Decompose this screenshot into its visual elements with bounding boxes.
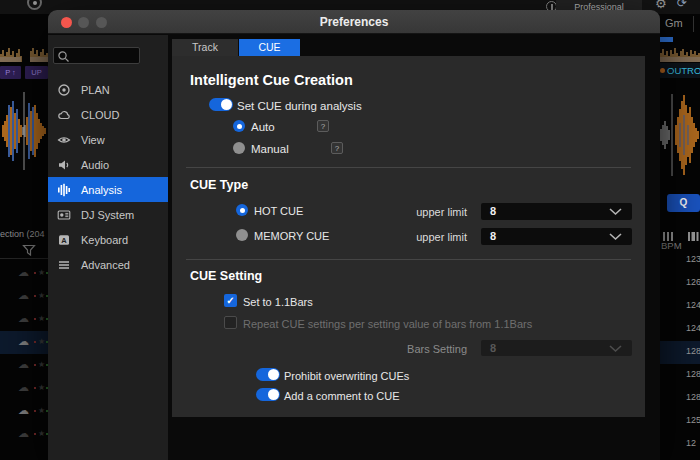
set-to-bars-checkbox[interactable]: ✓: [224, 294, 237, 307]
bpm-value: 124.: [686, 300, 700, 310]
auto-radio[interactable]: [233, 120, 245, 132]
auto-help-icon[interactable]: ?: [317, 120, 329, 132]
track-row[interactable]: ☁★: [0, 377, 48, 400]
cloud-sync-icon: ☁: [18, 404, 29, 417]
track-row[interactable]: ☁★: [0, 331, 48, 354]
repeat-cue-checkbox[interactable]: [224, 316, 237, 329]
rating-star-icon: ★: [38, 291, 45, 300]
window-title: Preferences: [48, 10, 660, 34]
app-screen: Professional ⚙ ⟳ P ↑ UP: [0, 0, 700, 460]
sidebar-item-label: Keyboard: [81, 234, 128, 246]
rating-star-icon: ★: [38, 429, 45, 438]
rating-star-icon: ★: [38, 268, 45, 277]
bpm-value: 125.: [686, 415, 700, 425]
bpm-value: 123.: [686, 254, 700, 264]
dj-deck-icon: [56, 208, 72, 222]
column-icon[interactable]: [687, 228, 699, 246]
record-icon: [27, 0, 42, 10]
track-row[interactable]: ☁★: [0, 262, 48, 285]
track-row[interactable]: ☁★: [0, 285, 48, 308]
set-cue-toggle-label: Set CUE during analysis: [237, 100, 362, 112]
waveform-preview-strip[interactable]: [660, 44, 700, 62]
phrase-label: UP: [25, 66, 48, 79]
set-to-bars-label: Set to 1.1Bars: [243, 296, 313, 308]
repeat-cue-label: Repeat CUE settings per setting value of…: [243, 318, 532, 330]
bpm-value: 128.: [686, 346, 700, 356]
bars-setting-dropdown[interactable]: 8: [481, 340, 632, 356]
bpm-value: 128.: [686, 392, 700, 402]
key-a-icon: A: [56, 233, 72, 247]
sidebar-nav: PLAN CLOUD View: [48, 77, 168, 277]
divider: [0, 258, 48, 259]
search-input[interactable]: [71, 48, 137, 63]
sidebar-item-keyboard[interactable]: A Keyboard: [48, 227, 168, 252]
background-left-strip: P ↑ UP ection (204 ☁★ ☁★ ☁★: [0, 0, 48, 460]
bpm-value: 124.: [686, 323, 700, 333]
rating-star-icon: ★: [38, 360, 45, 369]
auto-radio-label: Auto: [251, 121, 275, 133]
section-title-cue-setting: CUE Setting: [190, 269, 262, 283]
tab-track-analysis[interactable]: Track Analysis: [172, 39, 238, 56]
sidebar-item-view[interactable]: View: [48, 127, 168, 152]
phrase-row: OUTRO 1: [660, 63, 700, 78]
bpm-column-header[interactable]: BPM: [661, 240, 682, 251]
set-cue-toggle[interactable]: [209, 98, 233, 111]
sidebar-item-cloud[interactable]: CLOUD: [48, 102, 168, 127]
divider: [186, 167, 631, 168]
waveform-preview-strip[interactable]: [0, 44, 48, 62]
collection-header[interactable]: ection (204: [0, 229, 47, 239]
phrase-label: P ↑: [0, 66, 21, 79]
phrase-bar: [660, 37, 673, 42]
track-row[interactable]: ☁★: [0, 423, 48, 446]
sidebar-item-label: View: [81, 134, 105, 146]
quantize-button[interactable]: Q: [667, 194, 700, 212]
track-row[interactable]: ☁★: [0, 354, 48, 377]
hot-cue-limit-dropdown[interactable]: 8: [481, 203, 632, 220]
tab-cue-analysis[interactable]: CUE Analysis: [239, 39, 300, 56]
bpm-value: 126.: [686, 277, 700, 287]
hot-cue-radio[interactable]: [236, 204, 248, 216]
add-comment-label: Add a comment to CUE: [284, 390, 400, 402]
sidebar-item-label: CLOUD: [81, 109, 120, 121]
manual-radio[interactable]: [233, 142, 245, 154]
sidebar-item-audio[interactable]: Audio: [48, 152, 168, 177]
prohibit-overwrite-toggle[interactable]: [256, 368, 280, 381]
manual-help-icon[interactable]: ?: [331, 142, 343, 154]
track-row[interactable]: ☁★: [0, 400, 48, 423]
cloud-sync-icon: ☁: [18, 381, 29, 394]
memory-cue-radio[interactable]: [236, 229, 248, 241]
waveform-icon: [56, 183, 72, 197]
memory-cue-limit-dropdown[interactable]: 8: [481, 228, 632, 245]
divider: [186, 259, 631, 260]
sidebar-item-advanced[interactable]: Advanced: [48, 252, 168, 277]
section-title-cue-type: CUE Type: [190, 178, 248, 192]
preferences-sidebar: PLAN CLOUD View: [48, 35, 168, 460]
rating-star-icon: ★: [38, 383, 45, 392]
waveform-main-right[interactable]: [660, 84, 700, 186]
bars-setting-label: Bars Setting: [332, 343, 467, 355]
window-titlebar[interactable]: Preferences: [48, 10, 660, 34]
sidebar-item-label: DJ System: [81, 209, 134, 221]
sidebar-search[interactable]: [53, 47, 140, 64]
memory-cue-label: MEMORY CUE: [254, 230, 329, 242]
chevron-down-icon: [609, 345, 622, 353]
prohibit-overwrite-label: Prohibit overwriting CUEs: [284, 370, 409, 382]
disc-icon: [56, 83, 72, 97]
chevron-down-icon: [609, 208, 622, 216]
add-comment-toggle[interactable]: [256, 388, 280, 401]
rating-star-icon: ★: [38, 406, 45, 415]
rating-star-icon: ★: [38, 314, 45, 323]
sidebar-item-dj-system[interactable]: DJ System: [48, 202, 168, 227]
cloud-icon: [56, 108, 72, 122]
sidebar-item-plan[interactable]: PLAN: [48, 77, 168, 102]
cue-analysis-panel: Intelligent Cue Creation Set CUE during …: [172, 56, 645, 417]
cloud-sync-icon: ☁: [18, 427, 29, 440]
track-row[interactable]: ☁★: [0, 308, 48, 331]
upper-limit-label: upper limit: [402, 231, 467, 243]
sidebar-item-analysis[interactable]: Analysis: [48, 177, 168, 202]
background-right-strip: Gm OUTRO 1: [660, 0, 700, 460]
waveform-main-left[interactable]: [0, 86, 48, 176]
sidebar-item-label: PLAN: [81, 84, 110, 96]
bars-setting-value: 8: [490, 342, 496, 354]
bpm-value: 128.: [686, 369, 700, 379]
